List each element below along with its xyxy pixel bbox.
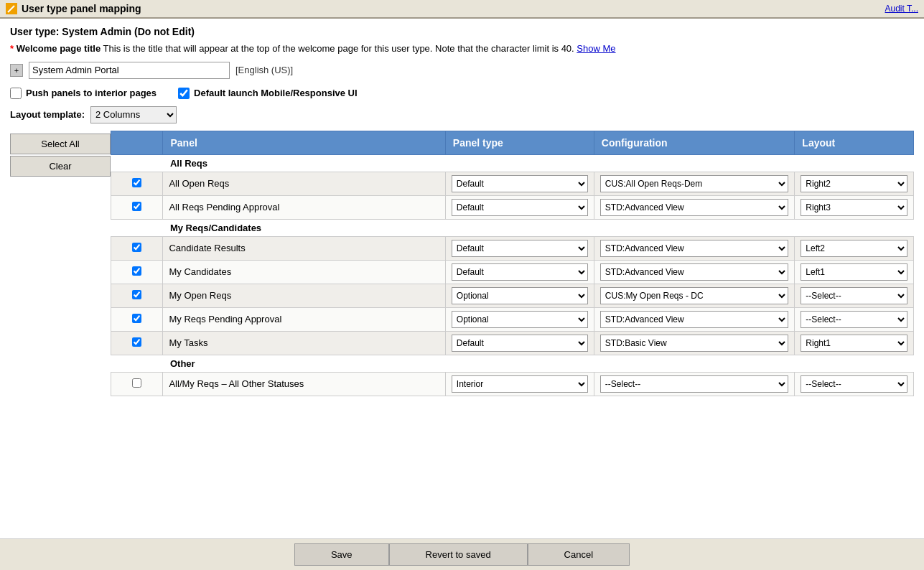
config-select[interactable]: --Select--STD:Advanced ViewSTD:Basic Vie… — [600, 199, 789, 216]
panel-type-select[interactable]: DefaultOptionalInteriorHidden — [452, 175, 588, 192]
required-mark: * — [10, 43, 14, 54]
panel-type-cell[interactable]: DefaultOptionalInteriorHidden — [445, 172, 594, 195]
layout-select[interactable]: --Select--Left1Left2Left3Right1Right2Rig… — [801, 335, 907, 352]
layout-select[interactable]: --Select--Left1Left2Left3Right1Right2Rig… — [801, 175, 907, 192]
panel-type-select[interactable]: DefaultOptionalInteriorHidden — [452, 375, 588, 393]
config-select[interactable]: --Select--STD:Advanced ViewSTD:Basic Vie… — [600, 375, 789, 393]
layout-cell[interactable]: --Select--Left1Left2Left3Right1Right2Rig… — [795, 195, 914, 219]
config-cell[interactable]: --Select--STD:Advanced ViewSTD:Basic Vie… — [594, 372, 795, 396]
main-content: User type: System Admin (Do not Edit) * … — [0, 19, 924, 538]
config-cell[interactable]: --Select--STD:Advanced ViewSTD:Basic Vie… — [594, 195, 795, 219]
config-select[interactable]: --Select--STD:Advanced ViewSTD:Basic Vie… — [600, 287, 789, 304]
user-type-heading: User type: System Admin (Do not Edit) — [10, 26, 914, 37]
config-cell[interactable]: --Select--STD:Advanced ViewSTD:Basic Vie… — [594, 307, 795, 331]
layout-cell[interactable]: --Select--Left1Left2Left3Right1Right2Rig… — [795, 307, 914, 331]
default-launch-checkbox[interactable] — [178, 88, 190, 99]
table-row: My Open Reqs DefaultOptionalInteriorHidd… — [111, 284, 914, 307]
select-all-button[interactable]: Select All — [10, 134, 111, 154]
layout-select[interactable]: --Select--Left1Left2Left3Right1Right2Rig… — [801, 199, 907, 216]
panel-type-select[interactable]: DefaultOptionalInteriorHidden — [452, 335, 588, 352]
table-row: My Tasks DefaultOptionalInteriorHidden -… — [111, 331, 914, 355]
default-launch-label[interactable]: Default launch Mobile/Responsive UI — [178, 88, 358, 99]
panel-name-cell: My Candidates — [163, 260, 445, 284]
title-bar: User type panel mapping Audit T... — [0, 0, 924, 19]
panel-type-select[interactable]: DefaultOptionalInteriorHidden — [452, 287, 588, 304]
layout-cell[interactable]: --Select--Left1Left2Left3Right1Right2Rig… — [795, 284, 914, 307]
layout-select[interactable]: --Select--Left1Left2Left3Right1Right2Rig… — [801, 311, 907, 328]
panel-name-cell: Candidate Results — [163, 236, 445, 260]
row-checkbox[interactable] — [132, 243, 141, 252]
config-select[interactable]: --Select--STD:Advanced ViewSTD:Basic Vie… — [600, 175, 789, 192]
config-cell[interactable]: --Select--STD:Advanced ViewSTD:Basic Vie… — [594, 236, 795, 260]
row-checkbox[interactable] — [132, 378, 141, 388]
table-row: My Reqs Pending Approval DefaultOptional… — [111, 307, 914, 331]
panel-type-select[interactable]: DefaultOptionalInteriorHidden — [452, 240, 588, 257]
row-checkbox-cell[interactable] — [111, 331, 163, 355]
panel-type-cell[interactable]: DefaultOptionalInteriorHidden — [445, 260, 594, 284]
panel-type-select[interactable]: DefaultOptionalInteriorHidden — [452, 199, 588, 216]
config-cell[interactable]: --Select--STD:Advanced ViewSTD:Basic Vie… — [594, 331, 795, 355]
revert-button[interactable]: Revert to saved — [389, 543, 528, 566]
row-checkbox[interactable] — [132, 202, 141, 211]
show-me-link[interactable]: Show Me — [577, 43, 615, 54]
title-input-row: + [English (US)] — [10, 62, 914, 79]
panel-name-cell: All/My Reqs – All Other Statuses — [163, 372, 445, 396]
row-checkbox-cell[interactable] — [111, 236, 163, 260]
row-checkbox-cell[interactable] — [111, 260, 163, 284]
row-checkbox[interactable] — [132, 314, 141, 323]
panel-type-cell[interactable]: DefaultOptionalInteriorHidden — [445, 284, 594, 307]
layout-cell[interactable]: --Select--Left1Left2Left3Right1Right2Rig… — [795, 372, 914, 396]
layout-cell[interactable]: --Select--Left1Left2Left3Right1Right2Rig… — [795, 331, 914, 355]
config-select[interactable]: --Select--STD:Advanced ViewSTD:Basic Vie… — [600, 263, 789, 281]
save-button[interactable]: Save — [294, 543, 389, 566]
welcome-title-input[interactable] — [29, 62, 230, 79]
col-header-checkbox — [111, 131, 163, 154]
row-checkbox[interactable] — [132, 337, 141, 347]
panel-type-cell[interactable]: DefaultOptionalInteriorHidden — [445, 236, 594, 260]
footer: Save Revert to saved Cancel — [0, 538, 924, 570]
row-checkbox-cell[interactable] — [111, 307, 163, 331]
layout-select[interactable]: --Select--Left1Left2Left3Right1Right2Rig… — [801, 263, 907, 281]
layout-cell[interactable]: --Select--Left1Left2Left3Right1Right2Rig… — [795, 260, 914, 284]
row-checkbox[interactable] — [132, 178, 141, 187]
config-cell[interactable]: --Select--STD:Advanced ViewSTD:Basic Vie… — [594, 260, 795, 284]
row-checkbox-cell[interactable] — [111, 284, 163, 307]
row-checkbox[interactable] — [132, 266, 141, 276]
col-header-panel-type: Panel type — [445, 131, 594, 154]
cancel-button[interactable]: Cancel — [528, 543, 630, 566]
panel-type-cell[interactable]: DefaultOptionalInteriorHidden — [445, 195, 594, 219]
panel-type-select[interactable]: DefaultOptionalInteriorHidden — [452, 311, 588, 328]
layout-select[interactable]: --Select--Left1Left2Left3Right1Right2Rig… — [801, 240, 907, 257]
side-buttons: Select All Clear — [10, 131, 111, 396]
welcome-desc-text: This is the title that will appear at th… — [103, 43, 574, 54]
clear-all-button[interactable]: Clear — [10, 156, 111, 177]
locale-label: [English (US)] — [235, 65, 293, 75]
layout-select[interactable]: --Select--Left1Left2Left3Right1Right2Rig… — [801, 375, 907, 393]
push-panels-label[interactable]: Push panels to interior pages — [10, 88, 157, 99]
row-checkbox-cell[interactable] — [111, 195, 163, 219]
layout-cell[interactable]: --Select--Left1Left2Left3Right1Right2Rig… — [795, 172, 914, 195]
col-header-configuration: Configuration — [594, 131, 795, 154]
table-row: All Open Reqs DefaultOptionalInteriorHid… — [111, 172, 914, 195]
config-cell[interactable]: --Select--STD:Advanced ViewSTD:Basic Vie… — [594, 284, 795, 307]
panel-name-cell: My Tasks — [163, 331, 445, 355]
audit-link[interactable]: Audit T... — [885, 4, 918, 14]
panel-type-cell[interactable]: DefaultOptionalInteriorHidden — [445, 331, 594, 355]
row-checkbox[interactable] — [132, 290, 141, 299]
welcome-label: Welcome page title — [17, 43, 101, 54]
config-select[interactable]: --Select--STD:Advanced ViewSTD:Basic Vie… — [600, 311, 789, 328]
layout-template-select[interactable]: 1 Column 2 Columns 3 Columns — [90, 106, 177, 123]
panel-type-select[interactable]: DefaultOptionalInteriorHidden — [452, 263, 588, 281]
row-checkbox-cell[interactable] — [111, 172, 163, 195]
layout-cell[interactable]: --Select--Left1Left2Left3Right1Right2Rig… — [795, 236, 914, 260]
push-panels-checkbox[interactable] — [10, 88, 22, 99]
panel-type-cell[interactable]: DefaultOptionalInteriorHidden — [445, 372, 594, 396]
config-select[interactable]: --Select--STD:Advanced ViewSTD:Basic Vie… — [600, 335, 789, 352]
layout-select[interactable]: --Select--Left1Left2Left3Right1Right2Rig… — [801, 287, 907, 304]
panel-table: Panel Panel type Configuration Layout Al… — [111, 131, 914, 396]
config-select[interactable]: --Select--STD:Advanced ViewSTD:Basic Vie… — [600, 240, 789, 257]
row-checkbox-cell[interactable] — [111, 372, 163, 396]
expand-button[interactable]: + — [10, 64, 23, 77]
panel-type-cell[interactable]: DefaultOptionalInteriorHidden — [445, 307, 594, 331]
config-cell[interactable]: --Select--STD:Advanced ViewSTD:Basic Vie… — [594, 172, 795, 195]
